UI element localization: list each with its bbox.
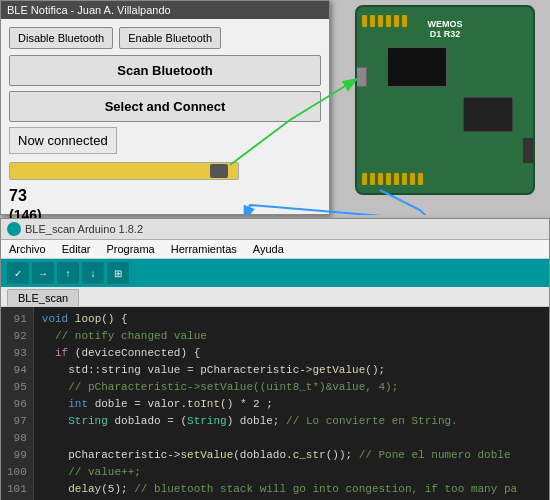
toolbar-open-button[interactable]: ↓ (82, 262, 104, 284)
disable-bluetooth-button[interactable]: Disable Bluetooth (9, 27, 113, 49)
board-main-chip (387, 47, 447, 87)
toolbar-new-button[interactable]: ↑ (57, 262, 79, 284)
board-power-connector (523, 138, 535, 163)
arduino-menu-bar: Archivo Editar Programa Herramientas Ayu… (1, 240, 549, 259)
tab-ble-scan[interactable]: BLE_scan (7, 289, 79, 306)
code-content: void loop() { // notify changed value if… (34, 307, 549, 500)
arduino-toolbar: ✓ → ↑ ↓ ⊞ (1, 259, 549, 287)
ble-title-text: BLE Notifica - Juan A. Villalpando (7, 4, 171, 16)
connection-status: Now connected (9, 127, 117, 154)
ble-title-bar: BLE Notifica - Juan A. Villalpando (1, 1, 329, 19)
arduino-tab-bar: BLE_scan (1, 287, 549, 307)
toolbar-upload-button[interactable]: → (32, 262, 54, 284)
board-secondary-chip (463, 97, 513, 132)
ble-app-window: BLE Notifica - Juan A. Villalpando Disab… (0, 0, 330, 215)
bluetooth-toggle-row: Disable Bluetooth Enable Bluetooth (9, 27, 321, 49)
board-pin-row-top (362, 15, 407, 27)
arduino-title-text: BLE_scan Arduino 1.8.2 (25, 223, 143, 235)
select-connect-button[interactable]: Select and Connect (9, 91, 321, 122)
menu-editar[interactable]: Editar (60, 242, 93, 256)
arduino-title-bar: BLE_scan Arduino 1.8.2 (1, 219, 549, 240)
slider-thumb[interactable] (210, 164, 228, 178)
board-usb-port (355, 67, 367, 87)
menu-archivo[interactable]: Archivo (7, 242, 48, 256)
ble-content: Disable Bluetooth Enable Bluetooth Scan … (1, 19, 329, 231)
arduino-ide-window: BLE_scan Arduino 1.8.2 Archivo Editar Pr… (0, 218, 550, 500)
toolbar-save-button[interactable]: ⊞ (107, 262, 129, 284)
line-numbers: 919293949596979899100101102103104 (1, 307, 34, 500)
value-slider-track[interactable] (9, 162, 239, 180)
code-editor[interactable]: 919293949596979899100101102103104 void l… (1, 307, 549, 500)
enable-bluetooth-button[interactable]: Enable Bluetooth (119, 27, 221, 49)
board-pin-row-bottom (362, 173, 423, 185)
toolbar-verify-button[interactable]: ✓ (7, 262, 29, 284)
arduino-board-image: WEMOSD1 R32 (355, 5, 545, 205)
slider-container (9, 162, 321, 180)
menu-programa[interactable]: Programa (104, 242, 156, 256)
scan-bluetooth-button[interactable]: Scan Bluetooth (9, 55, 321, 86)
arduino-board: WEMOSD1 R32 (355, 5, 535, 195)
main-value: 73 (9, 186, 321, 207)
menu-ayuda[interactable]: Ayuda (251, 242, 286, 256)
arduino-title-icon (7, 222, 21, 236)
board-label: WEMOSD1 R32 (428, 19, 463, 39)
menu-herramientas[interactable]: Herramientas (169, 242, 239, 256)
